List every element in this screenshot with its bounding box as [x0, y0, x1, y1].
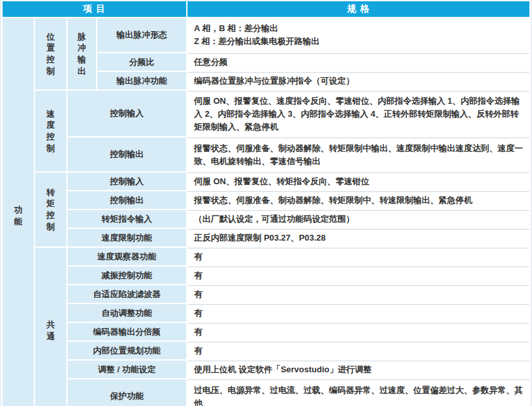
row-spec-value: （出厂默认设定，可通过功能码设定范围） — [187, 210, 529, 228]
row-item-label: 控制输入 — [67, 91, 186, 136]
row-item-label: 减振控制功能 — [67, 267, 186, 284]
row-spec-value: 伺服 ON、报警复位、转矩指令反向、零速钳位 — [187, 173, 529, 190]
row-item-label: 速度观察器功能 — [67, 248, 186, 265]
function-group-label: 功能 — [14, 204, 23, 227]
row-item-label: 自动调整功能 — [67, 304, 186, 322]
row-spec-value: 报警状态、伺服准备、制动器解除、转矩限制中输出、速度限制中输出速度达到、速度一致… — [187, 137, 529, 171]
row-spec-value: 过电压、电源异常、过电流、过载、编码器异常、过速度、位置偏差过大、参数异常、其他 — [187, 379, 529, 406]
row-spec-value: 有 — [187, 342, 529, 359]
row-spec-value: 编码器位置脉冲与位置脉冲指令（可设定） — [187, 72, 529, 90]
row-spec-value: 正反内部速度限制 P03.27、P03.28 — [187, 229, 529, 246]
row-item-label: 控制输入 — [67, 173, 186, 190]
row-item-label: 输出脉冲功能 — [97, 72, 186, 90]
row-spec-value: 任意分频 — [187, 53, 529, 71]
row-spec-value: A 相，B 相：差分输出 Z 相：差分输出或集电极开路输出 — [187, 18, 529, 52]
sub-label-pulse-output: 脉冲输出 — [67, 18, 96, 90]
spec-table: 项 目 规 格 功能 位置控制 脉冲输出 输出脉冲形态 A 相，B 相：差分输出… — [1, 0, 531, 406]
row-spec-value: 使用上位机 设定软件「Servostudio」进行调整 — [187, 361, 529, 378]
section-label-common: 共通 — [35, 248, 66, 406]
row-spec-value: 有 — [187, 267, 529, 284]
row-spec-value: 有 — [187, 304, 529, 322]
row-item-label: 编码器输出分倍频 — [67, 323, 186, 340]
row-item-label: 保护功能 — [67, 379, 186, 406]
function-group-cell: 功能 — [3, 18, 34, 406]
row-item-label: 控制输出 — [67, 191, 186, 209]
row-spec-value: 有 — [187, 285, 529, 303]
row-spec-value: 有 — [187, 323, 529, 340]
row-spec-value: 报警状态、伺服准备、制动器解除、转矩限制中、转速限制输出、紧急停机 — [187, 191, 529, 209]
row-item-label: 自适应陷波滤波器 — [67, 285, 186, 303]
section-label-torque-control: 转矩控制 — [35, 173, 66, 246]
row-item-label: 控制输出 — [67, 137, 186, 171]
row-item-label: 内部位置规划功能 — [67, 342, 186, 359]
column-header-spec: 规 格 — [187, 1, 529, 17]
section-label-speed-control: 速度控制 — [35, 91, 66, 171]
row-item-label: 转矩指令输入 — [67, 210, 186, 228]
row-spec-value: 有 — [187, 248, 529, 265]
row-item-label: 分频比 — [97, 53, 186, 71]
row-spec-value: 伺服 ON、报警复位、速度指令反向、零速钳位、内部指令选择输入 1、内部指令选择… — [187, 91, 529, 136]
row-item-label: 速度限制功能 — [67, 229, 186, 246]
row-item-label: 调整 / 功能设定 — [67, 361, 186, 378]
column-header-item: 项 目 — [3, 1, 186, 17]
row-item-label: 输出脉冲形态 — [97, 18, 186, 52]
section-label-position-control: 位置控制 — [35, 18, 66, 90]
